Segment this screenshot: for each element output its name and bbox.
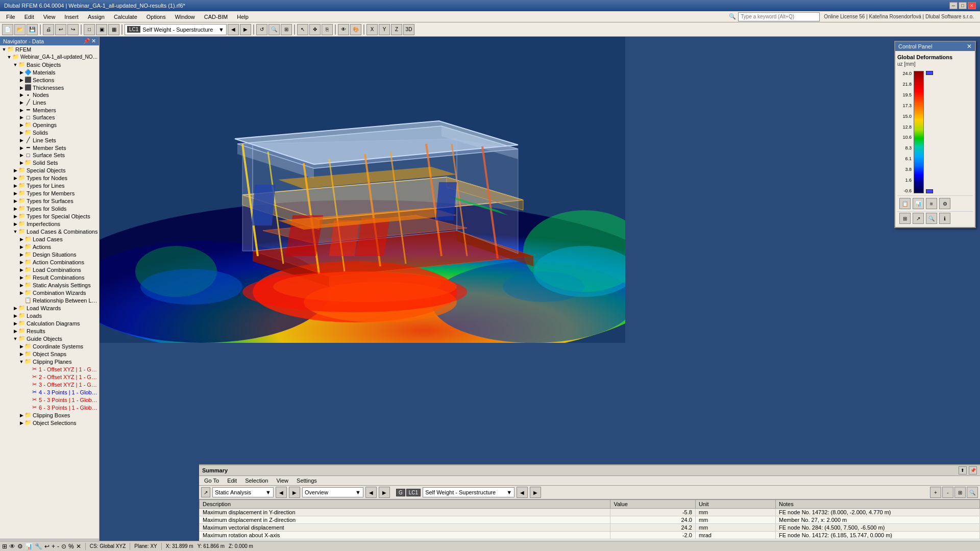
minimize-button[interactable]: ─ xyxy=(949,2,958,9)
bp-export-btn[interactable]: ↗ xyxy=(201,487,210,497)
bp-prev2-btn[interactable]: ◀ xyxy=(365,487,377,498)
nav-surface-sets[interactable]: ▶ □ Surface Sets xyxy=(0,152,99,159)
rotate-btn[interactable]: ↺ xyxy=(256,24,267,35)
nav-types-surfaces[interactable]: ▶ 📁 Types for Surfaces xyxy=(0,197,99,205)
maximize-button[interactable]: □ xyxy=(959,2,967,9)
color-btn[interactable]: 🎨 xyxy=(350,24,361,35)
print-btn[interactable]: 🖨 xyxy=(43,24,54,35)
x-axis-btn[interactable]: X xyxy=(366,24,378,35)
nav-results[interactable]: ▶ 📁 Results xyxy=(0,327,99,335)
nav-basic-objects[interactable]: ▼ 📁 Basic Objects xyxy=(0,61,99,68)
bp-next3-btn[interactable]: ▶ xyxy=(530,487,541,498)
nav-thicknesses[interactable]: ▶ ⬛ Thicknesses xyxy=(0,84,99,91)
nav-result-combinations[interactable]: ▶ 📁 Result Combinations xyxy=(0,273,99,281)
status-icon-2[interactable]: 👁 xyxy=(9,543,15,550)
save-btn[interactable]: 💾 xyxy=(27,24,38,35)
view1-btn[interactable]: □ xyxy=(84,24,95,35)
bp-menu-selection[interactable]: Selection xyxy=(242,477,271,484)
nav-clipping-boxes[interactable]: ▶ 📁 Clipping Boxes xyxy=(0,411,99,419)
nav-lines[interactable]: ▶ ╱ Lines xyxy=(0,98,99,106)
menu-assign[interactable]: Assign xyxy=(84,13,109,21)
bp-menu-goto[interactable]: Go To xyxy=(201,477,222,484)
nav-member-sets[interactable]: ▶ ━ Member Sets xyxy=(0,144,99,152)
nav-types-members[interactable]: ▶ 📁 Types for Members xyxy=(0,189,99,197)
close-button[interactable]: ✕ xyxy=(968,2,976,9)
status-icon-4[interactable]: 📊 xyxy=(25,543,33,550)
nav-load-cases-combinations[interactable]: ▼ 📁 Load Cases & Combinations xyxy=(0,228,99,235)
nav-members[interactable]: ▶ ━ Members xyxy=(0,106,99,114)
nav-clipping-4[interactable]: ✂ 4 - 3 Points | 1 - Global X xyxy=(0,388,99,396)
cp-table-icon[interactable]: 📋 xyxy=(899,198,911,209)
zoom-btn[interactable]: 🔍 xyxy=(268,24,280,35)
nav-sections[interactable]: ▶ ⬛ Sections xyxy=(0,76,99,84)
status-icon-11[interactable]: ✕ xyxy=(76,543,81,550)
nav-clipping-6[interactable]: ✂ 6 - 3 Points | 1 - Global XYZ xyxy=(0,404,99,411)
nav-static-analysis[interactable]: ▶ 📁 Static Analysis Settings xyxy=(0,281,99,289)
view2-btn[interactable]: ▣ xyxy=(96,24,107,35)
nav-clipping-planes[interactable]: ▼ 📁 Clipping Planes xyxy=(0,358,99,365)
nav-types-nodes[interactable]: ▶ 📁 Types for Nodes xyxy=(0,174,99,182)
y-axis-btn[interactable]: Y xyxy=(379,24,390,35)
menu-options[interactable]: Options xyxy=(142,13,170,21)
status-icon-9[interactable]: ⊙ xyxy=(61,543,66,550)
viewport[interactable]: Control Panel ✕ Global Deformations uz [… xyxy=(100,37,980,551)
cp-info-icon[interactable]: ℹ xyxy=(939,213,950,224)
select-btn[interactable]: ↖ xyxy=(297,24,308,35)
nav-types-solids[interactable]: ▶ 📁 Types for Solids xyxy=(0,205,99,212)
fit-btn[interactable]: ⊞ xyxy=(281,24,292,35)
menu-edit[interactable]: Edit xyxy=(20,13,38,21)
cp-settings-icon[interactable]: ⚙ xyxy=(939,198,950,209)
nav-clipping-3[interactable]: ✂ 3 - Offset XYZ | 1 - Global X xyxy=(0,381,99,388)
nav-solid-sets[interactable]: ▶ 📁 Solid Sets xyxy=(0,159,99,166)
nav-materials[interactable]: ▶ 🔷 Materials xyxy=(0,68,99,76)
cp-list-icon[interactable]: ≡ xyxy=(926,198,937,209)
nav-object-selections[interactable]: ▶ 📁 Object Selections xyxy=(0,419,99,427)
menu-cadbim[interactable]: CAD-BIM xyxy=(200,13,232,21)
nav-types-lines[interactable]: ▶ 📁 Types for Lines xyxy=(0,182,99,189)
bp-prev3-btn[interactable]: ◀ xyxy=(517,487,528,498)
nav-solids[interactable]: ▶ 📁 Solids xyxy=(0,129,99,136)
copy-btn[interactable]: ⎘ xyxy=(322,24,333,35)
bp-next-btn[interactable]: ▶ xyxy=(289,487,300,498)
search-input[interactable] xyxy=(738,12,820,21)
status-icon-6[interactable]: ↩ xyxy=(44,543,50,550)
open-btn[interactable]: 📂 xyxy=(14,24,26,35)
nav-close-btn[interactable]: ✕ xyxy=(91,38,96,44)
status-icon-8[interactable]: - xyxy=(57,543,59,550)
bp-pin-btn[interactable]: 📌 xyxy=(969,466,977,474)
nav-imperfections[interactable]: ▶ 📁 Imperfections xyxy=(0,220,99,228)
menu-view[interactable]: View xyxy=(39,13,60,21)
bp-zoom-in-btn[interactable]: + xyxy=(930,487,941,498)
nav-nodes[interactable]: ▶ • Nodes xyxy=(0,91,99,98)
load-case-selector[interactable]: LC1 Self Weight - Superstructure ▼ xyxy=(125,24,227,35)
nav-combination-wizards[interactable]: ▶ 📁 Combination Wizards xyxy=(0,289,99,296)
cp-close-btn[interactable]: ✕ xyxy=(967,43,972,50)
nav-openings[interactable]: ▶ 📁 Openings xyxy=(0,121,99,129)
nav-clipping-5[interactable]: ✂ 5 - 3 Points | 1 - Global XYZ xyxy=(0,396,99,404)
cp-zoom-icon[interactable]: 🔍 xyxy=(926,213,937,224)
nav-load-cases[interactable]: ▶ 📁 Load Cases xyxy=(0,235,99,243)
prev-lc-btn[interactable]: ◀ xyxy=(228,24,239,35)
display-btn[interactable]: 👁 xyxy=(338,24,349,35)
nav-rfem[interactable]: ▼ 📁 RFEM xyxy=(0,45,99,53)
status-icon-3[interactable]: ⚙ xyxy=(17,543,23,550)
nav-object-snaps[interactable]: ▶ 📁 Object Snaps xyxy=(0,350,99,358)
cp-diagram-icon[interactable]: 📊 xyxy=(913,198,924,209)
nav-loads[interactable]: ▶ 📁 Loads xyxy=(0,312,99,319)
status-icon-5[interactable]: 🔧 xyxy=(35,543,42,550)
menu-window[interactable]: Window xyxy=(171,13,199,21)
next-lc-btn[interactable]: ▶ xyxy=(240,24,251,35)
nav-clipping-1[interactable]: ✂ 1 - Offset XYZ | 1 - Global X xyxy=(0,365,99,373)
nav-surfaces[interactable]: ▶ □ Surfaces xyxy=(0,114,99,121)
bp-prev-btn[interactable]: ◀ xyxy=(276,487,287,498)
nav-coordinate-systems[interactable]: ▶ 📁 Coordinate Systems xyxy=(0,342,99,350)
menu-help[interactable]: Help xyxy=(233,13,253,21)
bp-menu-settings[interactable]: Settings xyxy=(293,477,320,484)
z-axis-btn[interactable]: Z xyxy=(391,24,402,35)
menu-file[interactable]: File xyxy=(2,13,19,21)
status-icon-10[interactable]: % xyxy=(68,543,74,550)
bp-zoom-out-btn[interactable]: - xyxy=(942,487,953,498)
status-icon-1[interactable]: ⊞ xyxy=(2,543,7,550)
bp-fit-btn[interactable]: ⊞ xyxy=(954,487,966,498)
bp-analysis-type[interactable]: Static Analysis ▼ xyxy=(212,487,274,497)
